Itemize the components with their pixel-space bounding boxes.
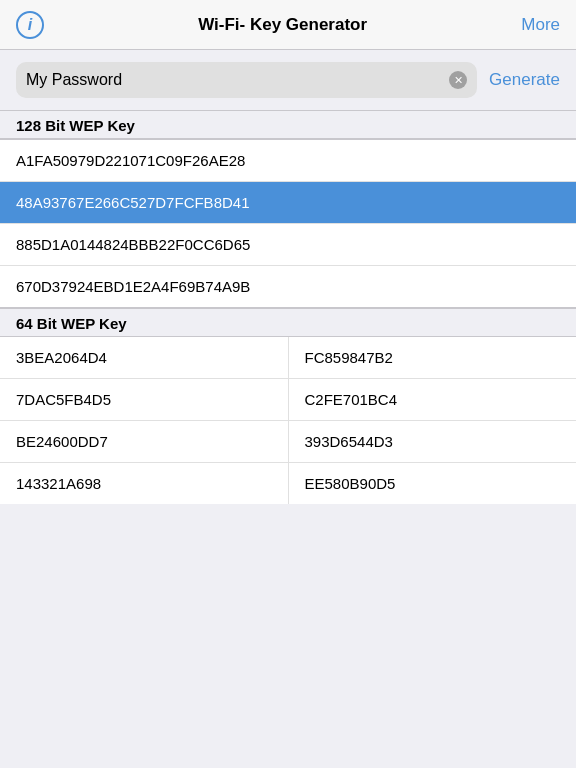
key-row-two-col[interactable]: 3BEA2064D4FC859847B2	[0, 337, 576, 379]
key-col-right: C2FE701BC4	[289, 379, 577, 420]
more-button[interactable]: More	[521, 15, 560, 35]
key-row-two-col[interactable]: BE24600DD7393D6544D3	[0, 421, 576, 463]
app-header: i Wi-Fi- Key Generator More	[0, 0, 576, 50]
clear-icon: ✕	[454, 75, 463, 86]
section-64-header: 64 Bit WEP Key	[0, 308, 576, 337]
key-col-left: 7DAC5FB4D5	[0, 379, 289, 420]
keys-list-64: 3BEA2064D4FC859847B27DAC5FB4D5C2FE701BC4…	[0, 337, 576, 504]
key-row[interactable]: 48A93767E266C527D7FCFB8D41	[0, 182, 576, 224]
app-title: Wi-Fi- Key Generator	[44, 15, 521, 35]
clear-button[interactable]: ✕	[449, 71, 467, 89]
key-col-left: 3BEA2064D4	[0, 337, 289, 378]
key-row[interactable]: A1FA50979D221071C09F26AE28	[0, 140, 576, 182]
key-row[interactable]: 670D37924EBD1E2A4F69B74A9B	[0, 266, 576, 307]
key-row-two-col[interactable]: 143321A698EE580B90D5	[0, 463, 576, 504]
section-128-header: 128 Bit WEP Key	[0, 110, 576, 139]
key-row-two-col[interactable]: 7DAC5FB4D5C2FE701BC4	[0, 379, 576, 421]
key-col-right: FC859847B2	[289, 337, 577, 378]
info-button[interactable]: i	[16, 11, 44, 39]
password-input-wrapper: ✕	[16, 62, 477, 98]
key-col-left: BE24600DD7	[0, 421, 289, 462]
key-row[interactable]: 885D1A0144824BBB22F0CC6D65	[0, 224, 576, 266]
key-col-left: 143321A698	[0, 463, 289, 504]
info-icon: i	[28, 16, 32, 34]
keys-list-128: A1FA50979D221071C09F26AE2848A93767E266C5…	[0, 139, 576, 308]
input-area: ✕ Generate	[0, 50, 576, 110]
key-col-right: EE580B90D5	[289, 463, 577, 504]
generate-button[interactable]: Generate	[489, 70, 560, 90]
key-col-right: 393D6544D3	[289, 421, 577, 462]
password-input[interactable]	[26, 71, 449, 89]
